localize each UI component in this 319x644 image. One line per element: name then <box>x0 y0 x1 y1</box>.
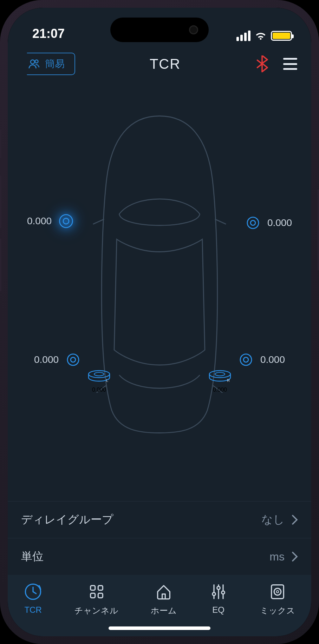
svg-line-2 <box>93 219 104 224</box>
speaker-sub-right[interactable]: R 0.000 <box>208 369 232 393</box>
page-title: TCR <box>150 56 181 72</box>
svg-rect-21 <box>90 586 95 590</box>
speaker-sub-left-value: 0.000 <box>92 387 106 393</box>
svg-point-15 <box>94 372 104 376</box>
tab-channel[interactable]: チャンネル <box>74 583 118 616</box>
profile-mode-button[interactable]: 簡易 <box>22 53 75 75</box>
tab-eq-label: EQ <box>212 605 224 615</box>
device-notch <box>110 18 209 42</box>
speaker-rear-right[interactable]: 0.000 <box>238 352 285 368</box>
tab-channel-label: チャンネル <box>74 605 118 616</box>
status-time: 21:07 <box>32 26 65 41</box>
tab-mix[interactable]: ミックス <box>260 583 295 616</box>
app-header: 簡易 TCR <box>8 46 311 81</box>
speaker-icon <box>58 213 74 229</box>
people-icon <box>28 58 40 70</box>
battery-icon <box>271 31 292 41</box>
svg-point-30 <box>221 591 224 594</box>
tab-mix-label: ミックス <box>260 605 295 616</box>
svg-point-6 <box>60 215 73 228</box>
speaker-rear-left-value: 0.000 <box>34 354 59 365</box>
speaker-front-right-value: 0.000 <box>267 217 292 228</box>
tab-eq[interactable]: EQ <box>209 583 228 615</box>
setting-unit[interactable]: 単位 ms <box>8 538 311 575</box>
svg-point-17 <box>209 371 230 378</box>
chevron-right-icon <box>292 514 298 525</box>
svg-rect-24 <box>98 593 103 598</box>
cellular-icon <box>236 31 250 41</box>
setting-unit-value: ms <box>269 550 285 563</box>
speaker-front-right[interactable]: 0.000 <box>245 215 292 231</box>
svg-point-18 <box>215 372 225 376</box>
speaker-sub-left[interactable]: L 0.000 <box>87 369 111 393</box>
svg-point-14 <box>89 371 110 378</box>
svg-point-33 <box>276 591 279 593</box>
svg-point-11 <box>71 357 76 362</box>
svg-point-7 <box>63 218 69 224</box>
svg-point-28 <box>212 592 215 596</box>
tab-home[interactable]: ホーム <box>151 583 177 616</box>
svg-rect-23 <box>90 593 95 598</box>
svg-rect-22 <box>98 586 103 590</box>
tab-home-label: ホーム <box>151 605 177 616</box>
svg-point-32 <box>274 588 281 595</box>
setting-delay-group-value: なし <box>261 512 285 527</box>
subwoofer-icon: R <box>208 369 232 383</box>
sliders-icon <box>209 583 228 601</box>
speaker-box-icon <box>268 583 287 601</box>
clock-icon <box>24 583 42 601</box>
setting-unit-label: 単位 <box>21 549 44 564</box>
svg-point-13 <box>243 357 248 362</box>
svg-point-12 <box>240 354 252 365</box>
setting-delay-group[interactable]: ディレイグループ なし <box>8 501 311 538</box>
chevron-right-icon <box>292 551 298 562</box>
speaker-rear-left[interactable]: 0.000 <box>34 352 81 368</box>
wifi-icon <box>255 31 267 40</box>
home-icon <box>155 583 173 601</box>
speaker-sub-right-value: 0.000 <box>213 387 227 393</box>
svg-point-8 <box>247 217 259 228</box>
speaker-icon <box>238 352 254 368</box>
car-diagram: 0.000 0.000 0.000 <box>8 81 311 501</box>
speaker-icon <box>245 215 261 231</box>
tab-tcr[interactable]: TCR <box>24 583 42 615</box>
bluetooth-icon[interactable] <box>255 55 269 72</box>
setting-delay-group-label: ディレイグループ <box>21 512 113 527</box>
svg-line-3 <box>215 219 226 224</box>
speaker-front-left-value: 0.000 <box>27 215 52 227</box>
svg-point-29 <box>217 586 220 590</box>
status-icons <box>236 31 292 41</box>
grid-icon <box>87 583 106 601</box>
svg-point-9 <box>250 220 255 225</box>
svg-point-10 <box>67 354 79 365</box>
speaker-front-left[interactable]: 0.000 <box>27 213 74 229</box>
menu-icon[interactable] <box>283 58 297 70</box>
tab-tcr-label: TCR <box>24 605 41 615</box>
profile-mode-label: 簡易 <box>45 57 65 71</box>
svg-rect-31 <box>272 585 284 599</box>
svg-text:R: R <box>227 378 230 383</box>
settings-list: ディレイグループ なし 単位 ms <box>8 501 311 575</box>
home-indicator[interactable] <box>109 626 210 630</box>
speaker-icon <box>65 352 81 368</box>
speaker-rear-right-value: 0.000 <box>260 354 285 365</box>
subwoofer-icon: L <box>87 369 111 383</box>
svg-text:L: L <box>106 378 108 383</box>
svg-point-1 <box>35 60 38 63</box>
svg-point-0 <box>31 60 34 64</box>
